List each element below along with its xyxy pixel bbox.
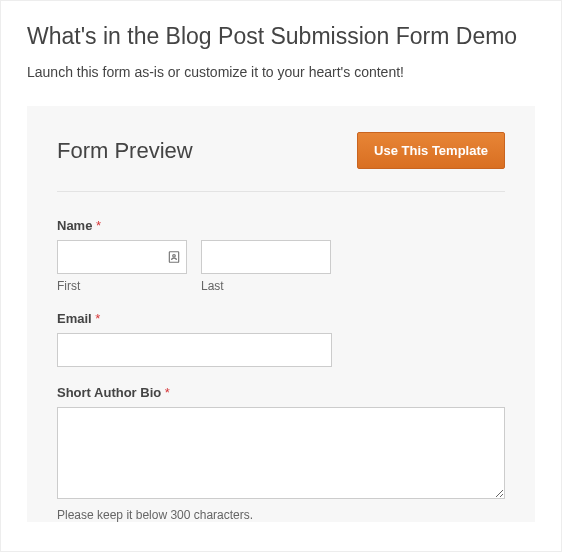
first-name-sublabel: First <box>57 279 187 293</box>
first-name-column: First <box>57 240 187 293</box>
first-name-input[interactable] <box>57 240 187 274</box>
name-label: Name * <box>57 218 505 233</box>
preview-header: Form Preview Use This Template <box>57 132 505 192</box>
page-subtitle: Launch this form as-is or customize it t… <box>27 64 535 80</box>
email-input[interactable] <box>57 333 332 367</box>
page-title: What's in the Blog Post Submission Form … <box>27 23 535 50</box>
form-preview-card: Form Preview Use This Template Name * <box>27 106 535 522</box>
last-name-column: Last <box>201 240 331 293</box>
email-label: Email * <box>57 311 505 326</box>
bio-textarea[interactable] <box>57 407 505 499</box>
email-label-text: Email <box>57 311 92 326</box>
preview-heading: Form Preview <box>57 138 193 164</box>
name-label-text: Name <box>57 218 92 233</box>
bio-helper-text: Please keep it below 300 characters. <box>57 508 505 522</box>
required-marker: * <box>96 218 101 233</box>
bio-label: Short Author Bio * <box>57 385 505 400</box>
email-field: Email * <box>57 311 505 367</box>
last-name-input[interactable] <box>201 240 331 274</box>
page-container: What's in the Blog Post Submission Form … <box>0 0 562 552</box>
last-name-sublabel: Last <box>201 279 331 293</box>
bio-field: Short Author Bio * Please keep it below … <box>57 385 505 522</box>
bio-label-text: Short Author Bio <box>57 385 161 400</box>
first-name-input-wrap <box>57 240 187 274</box>
use-this-template-button[interactable]: Use This Template <box>357 132 505 169</box>
name-row: First Last <box>57 240 505 293</box>
name-field: Name * First L <box>57 218 505 293</box>
required-marker: * <box>165 385 170 400</box>
required-marker: * <box>95 311 100 326</box>
